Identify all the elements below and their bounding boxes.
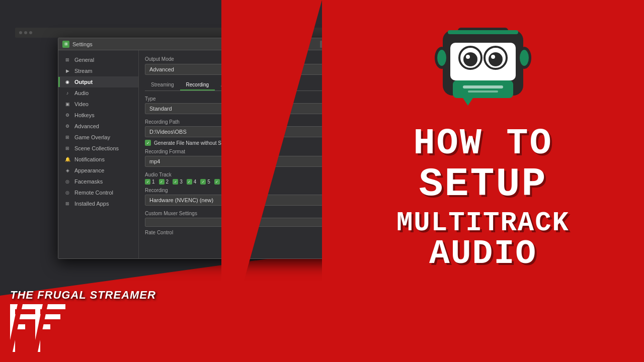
sidebar-item-stream[interactable]: ▶ Stream [58,65,138,76]
sidebar-item-game-overlay[interactable]: ⊞ Game Overlay [58,132,138,143]
video-icon: ▣ [64,101,70,107]
generate-filename-checkbox[interactable] [145,140,151,146]
generate-filename-label: Generate File Name without Space [154,140,232,146]
hotkeys-icon: ⚙ [64,112,70,118]
svg-point-20 [489,52,503,66]
output-icon: ◉ [64,79,70,85]
track-3-cb [173,179,178,185]
obs-sidebar: ⊞ General ▶ Stream ◉ Output ♪ Audio ▣ [58,50,139,258]
track-1-cb [145,179,150,185]
sidebar-label-video: Video [74,101,89,107]
sidebar-label-stream: Stream [74,68,92,74]
sidebar-label-output: Output [74,79,93,85]
svg-rect-14 [448,30,518,34]
ff-logo [10,304,156,352]
recording-format-value: mp4 [149,158,160,164]
sidebar-label-installed-apps: Installed Apps [74,201,109,207]
svg-point-18 [466,55,470,59]
audio-text: AUDIO [429,237,537,271]
svg-marker-2 [10,314,35,319]
left-panel: Settings − □ × ⊞ General ▶ Stream [0,0,322,362]
track-2-label: 2 [166,179,169,185]
svg-point-10 [437,50,446,66]
track-4-checkbox[interactable]: 4 [187,179,197,185]
scene-collections-icon: ⊞ [64,145,70,151]
sidebar-item-advanced[interactable]: ⚙ Advanced [58,121,138,132]
sidebar-item-video[interactable]: ▣ Video [58,99,138,110]
advanced-icon: ⚙ [64,123,70,129]
svg-point-12 [520,50,529,66]
logo-area: THE FRUGAL STREAMER [10,289,156,352]
tab-recording[interactable]: Recording [180,80,215,90]
appearance-icon: ◈ [64,167,70,173]
ff-logo-svg [10,304,70,352]
how-to-text: HOW TO [413,126,552,162]
robot-svg [433,15,533,116]
obs-app-icon [62,41,69,48]
track-2-checkbox[interactable]: 2 [159,179,169,185]
recording-path-value: D:\Videos\OBS [149,129,187,135]
sidebar-label-remote-control: Remote Control [74,190,113,196]
track-5-cb [200,179,206,185]
sidebar-label-general: General [74,57,94,63]
track-2-cb [159,179,165,185]
svg-marker-5 [35,314,60,319]
svg-point-21 [491,55,495,59]
sidebar-label-scene-collections: Scene Collections [74,145,119,151]
track-3-checkbox[interactable]: 3 [173,179,183,185]
multitrack-text: MULTITRACK [396,210,570,237]
facemasks-icon: ◎ [64,178,70,185]
sidebar-item-remote-control[interactable]: ◎ Remote Control [58,187,138,198]
stream-icon: ▶ [64,68,70,74]
track-5-label: 5 [207,179,210,185]
svg-rect-25 [468,90,498,93]
sidebar-label-audio: Audio [74,90,89,96]
sidebar-item-general[interactable]: ⊞ General [58,54,138,65]
tab-streaming[interactable]: Streaming [145,80,180,90]
active-indicator [58,78,60,86]
svg-marker-4 [35,304,65,309]
sidebar-label-facemasks: Facemasks [74,178,103,185]
remote-control-icon: ◎ [64,190,70,196]
setup-text: SETUP [419,164,547,205]
general-icon: ⊞ [64,57,70,63]
track-3-label: 3 [180,179,183,185]
track-4-label: 4 [194,179,197,185]
svg-rect-22 [453,80,513,98]
notifications-icon: 🔔 [64,156,70,162]
sidebar-item-notifications[interactable]: 🔔 Notifications [58,154,138,165]
output-mode-value: Advanced [149,66,174,72]
svg-point-17 [463,52,477,66]
sidebar-item-scene-collections[interactable]: ⊞ Scene Collections [58,143,138,154]
svg-rect-24 [463,85,503,88]
recording-encoder-value: Hardware (NVENC) (new) [149,197,213,203]
type-value: Standard [149,106,172,112]
sidebar-item-facemasks[interactable]: ◎ Facemasks [58,176,138,187]
diagonal-split [221,0,322,362]
sidebar-item-output[interactable]: ◉ Output [58,76,138,87]
sidebar-label-advanced: Advanced [74,123,99,129]
sidebar-item-audio[interactable]: ♪ Audio [58,87,138,99]
track-4-cb [187,179,192,185]
sidebar-label-hotkeys: Hotkeys [74,112,95,118]
brand-name: THE FRUGAL STREAMER [10,289,156,302]
game-overlay-icon: ⊞ [64,134,70,140]
svg-marker-23 [463,98,473,106]
sidebar-label-game-overlay: Game Overlay [74,134,110,140]
sidebar-item-installed-apps[interactable]: ⊞ Installed Apps [58,198,138,209]
installed-apps-icon: ⊞ [64,201,70,207]
sidebar-label-appearance: Appearance [74,167,104,173]
obs-window-title: Settings [72,41,93,47]
robot-mascot [433,15,533,116]
track-1-label: 1 [152,179,155,185]
sidebar-item-hotkeys[interactable]: ⚙ Hotkeys [58,110,138,121]
right-panel: HOW TO SETUP MULTITRACK AUDIO [322,0,644,362]
titlebar-left: Settings [62,41,93,48]
audio-icon: ♪ [64,90,70,96]
track-1-checkbox[interactable]: 1 [145,179,155,185]
sidebar-label-notifications: Notifications [74,156,105,162]
sidebar-item-appearance[interactable]: ◈ Appearance [58,165,138,176]
track-6-cb [214,179,220,185]
track-5-checkbox[interactable]: 5 [200,179,210,185]
